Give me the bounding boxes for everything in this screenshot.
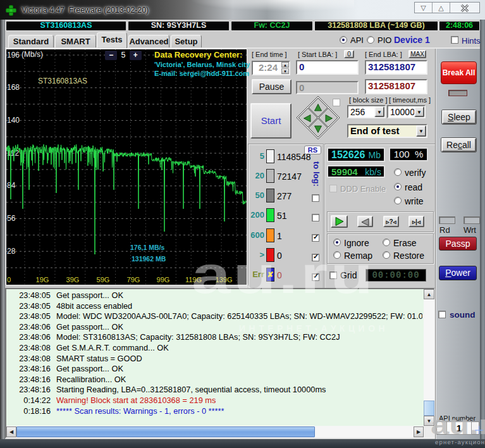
svg-text:56: 56 xyxy=(7,214,16,223)
svg-text:0: 0 xyxy=(7,276,11,283)
svg-text:79G: 79G xyxy=(127,276,140,283)
svg-text:168: 168 xyxy=(7,83,20,92)
svg-text:140: 140 xyxy=(7,116,20,125)
svg-text:28: 28 xyxy=(7,247,16,256)
svg-text:196: 196 xyxy=(7,51,20,59)
svg-text:59G: 59G xyxy=(97,276,110,283)
svg-text:(Mb/s): (Mb/s) xyxy=(21,50,43,59)
svg-text:99G: 99G xyxy=(157,276,170,283)
svg-text:19G: 19G xyxy=(36,276,49,283)
svg-text:84: 84 xyxy=(7,181,16,190)
svg-text:39G: 39G xyxy=(66,276,80,283)
